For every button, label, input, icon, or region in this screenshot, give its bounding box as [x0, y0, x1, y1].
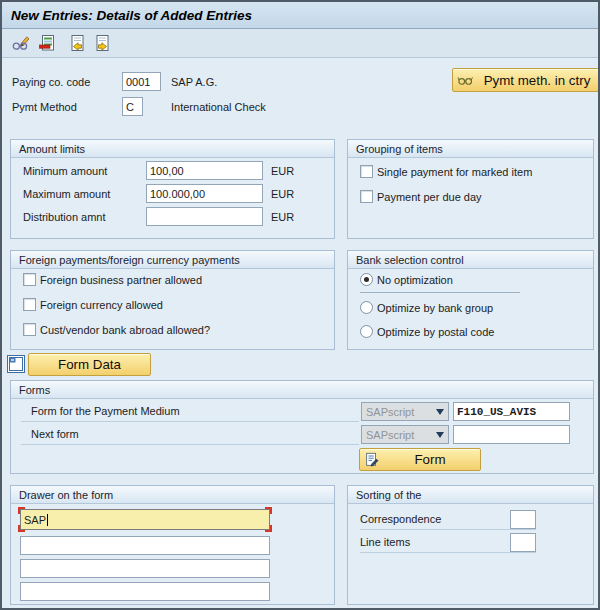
foreign-payments-group: Foreign payments/foreign currency paymen… [10, 250, 335, 350]
bank-selection-title: Bank selection control [348, 251, 593, 269]
form-document-icon [364, 452, 380, 468]
optimize-postal-code-radio[interactable] [360, 325, 373, 338]
optimize-postal-code-row: Optimize by postal code [360, 323, 494, 340]
pymt-method-description: International Check [171, 101, 266, 113]
display-change-icon [12, 34, 30, 52]
glasses-icon [457, 73, 474, 87]
cust-vendor-bank-abroad-label: Cust/vendor bank abroad allowed? [40, 324, 210, 336]
optimize-postal-code-label: Optimize by postal code [377, 326, 494, 338]
payment-per-due-day-row: Payment per due day [360, 188, 482, 205]
single-payment-label: Single payment for marked item [377, 166, 532, 178]
foreign-currency-label: Foreign currency allowed [40, 299, 163, 311]
foreign-currency-row: Foreign currency allowed [23, 296, 163, 313]
radio-group-divider [360, 292, 520, 293]
payment-per-due-day-label: Payment per due day [377, 191, 482, 203]
foreign-currency-checkbox[interactable] [23, 298, 36, 311]
next-form-dropdown-value: SAPscript [366, 429, 414, 441]
minimum-amount-currency: EUR [271, 165, 294, 177]
paying-co-code-field[interactable]: 0001 [122, 72, 161, 91]
drawer-title: Drawer on the form [11, 486, 334, 504]
foreign-business-partner-label: Foreign business partner allowed [40, 274, 202, 286]
sorting-group: Sorting of the Correspondence Line items [347, 485, 594, 605]
form-payment-medium-dropdown[interactable]: SAPscript [361, 402, 449, 421]
payment-per-due-day-checkbox[interactable] [360, 190, 373, 203]
text-cursor [47, 514, 48, 526]
drawer-field-4[interactable] [20, 582, 270, 601]
dropdown-arrow-icon [436, 432, 444, 438]
grouping-of-items-group: Grouping of items Single payment for mar… [347, 139, 594, 239]
no-optimization-label: No optimization [377, 274, 453, 286]
drawer-field-2[interactable] [20, 536, 270, 555]
drawer-group: Drawer on the form SAP [10, 485, 335, 605]
amount-limits-group: Amount limits Minimum amount 100,00 EUR … [10, 139, 335, 239]
previous-entry-button[interactable] [66, 33, 88, 54]
form-payment-medium-label: Form for the Payment Medium [31, 405, 180, 417]
bank-selection-group: Bank selection control No optimization O… [347, 250, 594, 350]
distribution-amount-field[interactable] [146, 207, 263, 226]
pymt-method-label: Pymt Method [12, 101, 77, 113]
form-button[interactable]: Form [359, 448, 481, 471]
form-payment-medium-field[interactable]: F110_US_AVIS [453, 402, 570, 421]
next-form-row: Next form [21, 424, 359, 445]
next-entry-button[interactable] [92, 33, 114, 54]
single-payment-checkbox[interactable] [360, 165, 373, 178]
delete-entry-icon [38, 34, 56, 52]
next-form-field[interactable] [453, 425, 570, 444]
maximum-amount-field[interactable]: 100.000,00 [146, 184, 263, 203]
pymt-meth-in-ctry-button[interactable]: Pymt meth. in ctry [452, 68, 600, 92]
paying-co-code-description: SAP A.G. [171, 76, 217, 88]
sap-window: New Entries: Details of Added Entries [0, 0, 600, 610]
grouping-of-items-title: Grouping of items [348, 140, 593, 158]
optimize-bank-group-label: Optimize by bank group [377, 302, 493, 314]
correspondence-label: Correspondence [360, 513, 441, 525]
line-items-label: Line items [360, 536, 410, 548]
distribution-amount-currency: EUR [271, 211, 294, 223]
maximum-amount-row: Maximum amount 100.000,00 EUR [23, 184, 323, 203]
distribution-amount-row: Distribution amnt EUR [23, 207, 323, 226]
pymt-method-value: C [126, 101, 134, 113]
minimum-amount-field[interactable]: 100,00 [146, 161, 263, 180]
correspondence-field[interactable] [510, 510, 536, 529]
pymt-method-field[interactable]: C [122, 97, 143, 116]
optimize-bank-group-radio[interactable] [360, 301, 373, 314]
delete-entry-button[interactable] [36, 33, 58, 54]
cust-vendor-bank-abroad-checkbox[interactable] [23, 323, 36, 336]
form-payment-medium-row: Form for the Payment Medium [21, 401, 359, 422]
foreign-payments-title: Foreign payments/foreign currency paymen… [11, 251, 334, 269]
forms-title: Forms [11, 381, 593, 399]
forms-group: Forms Form for the Payment Medium SAPscr… [10, 380, 594, 474]
no-optimization-radio[interactable] [360, 273, 373, 286]
page-title: New Entries: Details of Added Entries [11, 8, 252, 23]
maximum-amount-label: Maximum amount [23, 188, 146, 200]
next-form-label: Next form [31, 428, 79, 440]
minimum-amount-label: Minimum amount [23, 165, 146, 177]
form-button-label: Form [380, 452, 480, 467]
single-payment-row: Single payment for marked item [360, 163, 532, 180]
no-optimization-row: No optimization [360, 271, 453, 288]
paying-co-code-label: Paying co. code [12, 76, 90, 88]
display-change-button[interactable] [10, 33, 32, 54]
form-data-button-label: Form Data [29, 357, 150, 372]
drawer-field-1-focus: SAP [18, 507, 272, 532]
foreign-business-partner-checkbox[interactable] [23, 273, 36, 286]
pymt-meth-button-label: Pymt meth. in ctry [474, 73, 600, 88]
optimize-bank-group-row: Optimize by bank group [360, 299, 493, 316]
collapse-icon [9, 357, 23, 371]
sorting-title: Sorting of the [348, 486, 593, 504]
line-items-field[interactable] [510, 533, 536, 552]
form-payment-medium-dropdown-value: SAPscript [366, 406, 414, 418]
collapse-section-button[interactable] [7, 355, 25, 373]
drawer-field-3[interactable] [20, 559, 270, 578]
maximum-amount-currency: EUR [271, 188, 294, 200]
next-entry-icon [94, 34, 112, 52]
amount-limits-title: Amount limits [11, 140, 334, 158]
toolbar [2, 29, 598, 58]
title-bar: New Entries: Details of Added Entries [2, 2, 598, 29]
paying-co-code-value: 0001 [126, 76, 150, 88]
previous-entry-icon [68, 34, 86, 52]
dropdown-arrow-icon [436, 409, 444, 415]
foreign-business-partner-row: Foreign business partner allowed [23, 271, 202, 288]
next-form-dropdown[interactable]: SAPscript [361, 425, 449, 444]
form-data-button[interactable]: Form Data [28, 353, 151, 376]
drawer-field-1[interactable]: SAP [20, 509, 270, 530]
